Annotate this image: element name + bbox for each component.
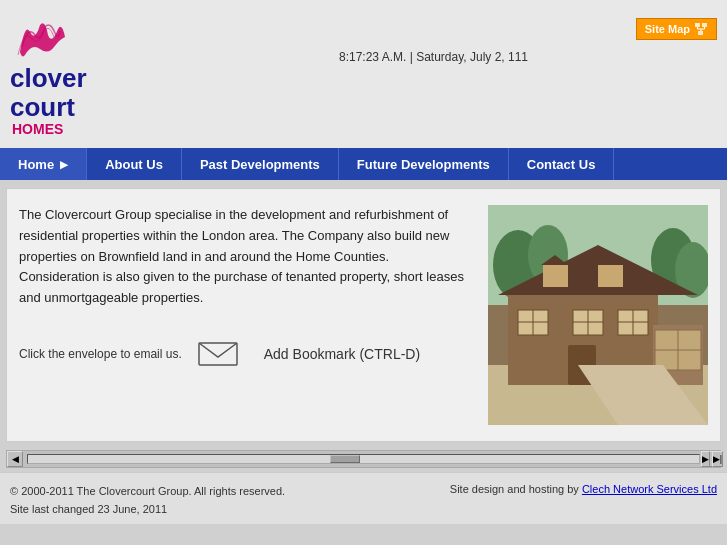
email-section: Click the envelope to email us. Add Book… — [19, 339, 472, 369]
sitemap-label: Site Map — [645, 23, 690, 35]
envelope-icon[interactable] — [198, 339, 238, 369]
logo-homes: HOMES — [12, 121, 63, 137]
scroll-right-button[interactable]: ▶ — [701, 451, 710, 467]
logo-text: clover court — [10, 64, 87, 121]
content-area: The Clovercourt Group specialise in the … — [7, 189, 720, 441]
svg-rect-2 — [698, 31, 703, 35]
svg-rect-1 — [702, 23, 707, 27]
footer-right: Site design and hosting by Clech Network… — [450, 483, 717, 495]
scroll-right-area: ▶ ▶| — [704, 451, 720, 467]
email-label: Click the envelope to email us. — [19, 347, 182, 361]
main-content: The Clovercourt Group specialise in the … — [6, 188, 721, 442]
svg-rect-0 — [695, 23, 700, 27]
nav-past-dev[interactable]: Past Developments — [182, 148, 339, 180]
footer-design-text: Site design and hosting by — [450, 483, 582, 495]
nav-future-dev[interactable]: Future Developments — [339, 148, 509, 180]
house-illustration — [488, 205, 708, 425]
description-text: The Clovercourt Group specialise in the … — [19, 205, 472, 309]
header: clover court HOMES 8:17:23 A.M. | Saturd… — [0, 0, 727, 148]
scroll-far-right-button[interactable]: ▶| — [712, 451, 723, 467]
footer-copyright: © 2000-2011 The Clovercourt Group. All r… — [10, 483, 285, 501]
header-datetime: 8:17:23 A.M. | Saturday, July 2, 111 — [150, 50, 717, 104]
logo-icon — [10, 17, 70, 62]
nav-home[interactable]: Home ▶ — [0, 148, 87, 180]
footer-last-changed: Site last changed 23 June, 2011 — [10, 501, 285, 519]
bookmark-text: Add Bookmark (CTRL-D) — [264, 346, 420, 362]
house-image — [488, 205, 708, 425]
sitemap-button[interactable]: Site Map — [636, 18, 717, 40]
logo-clover: clover — [10, 63, 87, 93]
text-section: The Clovercourt Group specialise in the … — [19, 205, 472, 425]
footer-design-link[interactable]: Clech Network Services Ltd — [582, 483, 717, 495]
footer-left: © 2000-2011 The Clovercourt Group. All r… — [10, 483, 285, 518]
nav-arrow-icon: ▶ — [60, 159, 68, 170]
scroll-left-button[interactable]: ◀ — [7, 451, 23, 467]
sitemap-icon — [694, 22, 708, 36]
scrollbar-area: ◀ ▶ ▶| — [6, 450, 721, 468]
navbar: Home ▶ About Us Past Developments Future… — [0, 148, 727, 180]
footer: © 2000-2011 The Clovercourt Group. All r… — [0, 472, 727, 524]
scrollbar-thumb[interactable] — [330, 455, 360, 463]
svg-rect-16 — [543, 265, 568, 287]
footer-row: © 2000-2011 The Clovercourt Group. All r… — [10, 483, 717, 518]
logo-court: court — [10, 92, 75, 122]
logo-area: clover court HOMES — [10, 17, 150, 137]
svg-rect-18 — [598, 265, 623, 287]
nav-contact[interactable]: Contact Us — [509, 148, 615, 180]
scrollbar-track[interactable] — [27, 454, 700, 464]
nav-about[interactable]: About Us — [87, 148, 182, 180]
